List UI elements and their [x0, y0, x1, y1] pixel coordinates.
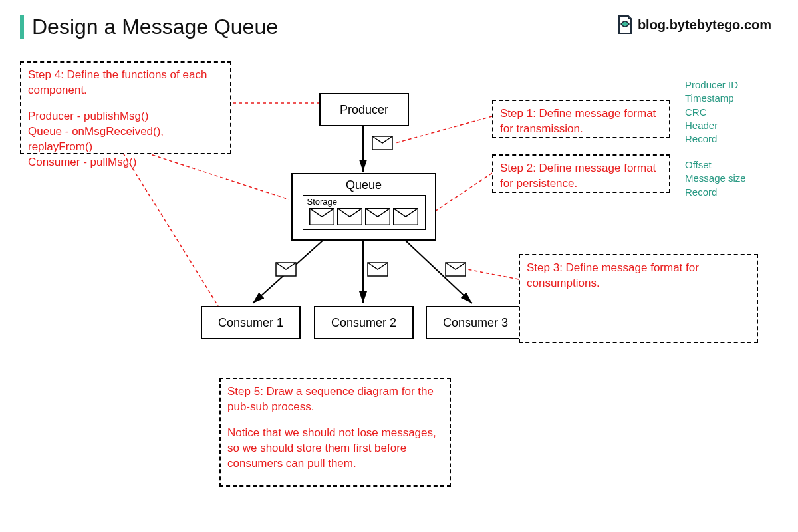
envelope-icon [309, 208, 334, 225]
svg-line-8 [467, 269, 519, 279]
envelope-icon [365, 208, 390, 225]
step3-box: Step 3: Define message format for consum… [519, 254, 758, 343]
storage-row [307, 208, 421, 225]
step5-body: Notice that we should not lose messages,… [227, 426, 443, 471]
queue-label: Queue [346, 178, 382, 192]
step4-box: Step 4: Define the functions of each com… [20, 61, 231, 154]
storage-box: Storage [303, 195, 426, 230]
step4-line-queue: Queue - onMsgReceived(), replayFrom() [28, 124, 223, 155]
brand: blog.bytebytego.com [616, 15, 771, 35]
step2-text: Step 2: Define message format for persis… [500, 162, 656, 190]
svg-line-6 [396, 116, 492, 143]
persistence-note-line: Offset [685, 158, 746, 172]
storage-label: Storage [307, 197, 421, 207]
brand-logo-icon [616, 15, 634, 35]
consumer3-box: Consumer 3 [426, 306, 525, 339]
svg-line-5 [406, 241, 472, 303]
transmission-note-line: Producer ID [685, 78, 738, 92]
svg-line-3 [253, 241, 323, 303]
persistence-note-line: Record [685, 186, 746, 199]
step4-heading: Step 4: Define the functions of each com… [28, 68, 223, 98]
page-title: Design a Message Queue [20, 15, 278, 39]
producer-label: Producer [340, 103, 388, 117]
consumer2-box: Consumer 2 [314, 306, 414, 339]
transmission-notes: Producer ID Timestamp CRC Header Record [685, 78, 738, 146]
queue-box: Queue Storage [291, 173, 436, 241]
step5-heading: Step 5: Draw a sequence diagram for the … [227, 384, 443, 415]
transmission-note-line: Header [685, 119, 738, 132]
transmission-note-line: Record [685, 132, 738, 146]
envelope-icon [393, 208, 418, 225]
persistence-notes: Offset Message size Record [685, 158, 746, 199]
step4-line-consumer: Consumer - pullMsg() [28, 155, 223, 170]
consumer2-label: Consumer 2 [331, 316, 396, 330]
consumer3-label: Consumer 3 [443, 316, 508, 330]
consumer1-label: Consumer 1 [218, 316, 283, 330]
brand-text: blog.bytebytego.com [638, 17, 771, 33]
transmission-note-line: CRC [685, 106, 738, 119]
producer-box: Producer [319, 93, 409, 126]
step4-line-producer: Producer - publishMsg() [28, 109, 223, 124]
step1-text: Step 1: Define message format for transm… [500, 107, 656, 135]
svg-line-10 [123, 153, 218, 306]
step5-box: Step 5: Draw a sequence diagram for the … [219, 378, 451, 487]
step1-box: Step 1: Define message format for transm… [492, 100, 670, 138]
persistence-note-line: Message size [685, 172, 746, 185]
step2-box: Step 2: Define message format for persis… [492, 154, 670, 193]
transmission-note-line: Timestamp [685, 92, 738, 105]
step3-text: Step 3: Define message format for consum… [527, 261, 699, 289]
envelope-icon [337, 208, 362, 225]
consumer1-box: Consumer 1 [201, 306, 301, 339]
